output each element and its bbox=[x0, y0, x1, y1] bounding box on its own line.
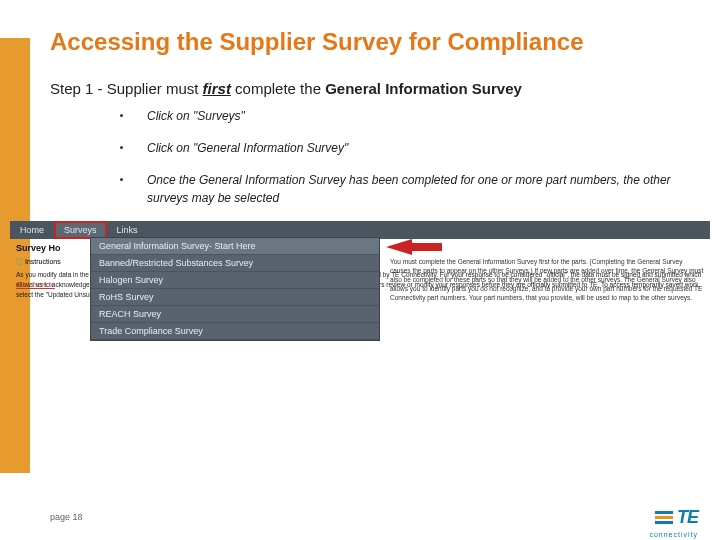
survey-dropdown[interactable]: General Information Survey- Start Here B… bbox=[90, 237, 380, 341]
info-icon: ⓘ bbox=[16, 258, 23, 265]
dropdown-item-rohs[interactable]: RoHS Survey bbox=[91, 289, 379, 306]
step-line: Step 1 - Supplier must first complete th… bbox=[50, 80, 680, 97]
embedded-screenshot: Home Surveys Links Survey Ho As you modi… bbox=[10, 221, 710, 299]
bullet-text: Click on "Surveys" bbox=[147, 107, 245, 125]
list-item: Click on "General Information Survey" bbox=[120, 139, 680, 157]
step-bold: General Information Survey bbox=[325, 80, 522, 97]
logo-bars-icon bbox=[655, 511, 673, 524]
list-item: Click on "Surveys" bbox=[120, 107, 680, 125]
bullet-icon bbox=[120, 146, 123, 149]
logo-text: TE bbox=[677, 507, 698, 528]
page-number: page 18 bbox=[50, 512, 83, 522]
step-mid: complete the bbox=[231, 80, 325, 97]
link-text: Click here to bbox=[16, 281, 55, 288]
click-here-link[interactable]: Click here to bbox=[16, 273, 55, 291]
dropdown-item-banned[interactable]: Banned/Restricted Substances Survey bbox=[91, 255, 379, 272]
te-logo: TE connectivity bbox=[655, 507, 698, 528]
instructions-row: ⓘ Instructions bbox=[16, 257, 61, 267]
dropdown-item-general[interactable]: General Information Survey- Start Here bbox=[91, 238, 379, 255]
callout-arrow-icon bbox=[386, 239, 412, 255]
tab-home[interactable]: Home bbox=[10, 221, 54, 239]
bullet-text: Click on "General Information Survey" bbox=[147, 139, 348, 157]
instructions-label: Instructions bbox=[25, 258, 61, 265]
dropdown-item-trade[interactable]: Trade Compliance Survey bbox=[91, 323, 379, 340]
step-prefix: Step 1 - Supplier must bbox=[50, 80, 203, 97]
page-title: Accessing the Supplier Survey for Compli… bbox=[50, 28, 680, 56]
step-first: first bbox=[203, 80, 231, 97]
dropdown-item-reach[interactable]: REACH Survey bbox=[91, 306, 379, 323]
body-para-right: You must complete the General Informatio… bbox=[390, 257, 704, 302]
bullet-icon bbox=[120, 114, 123, 117]
logo-subtext: connectivity bbox=[649, 531, 698, 538]
dropdown-item-halogen[interactable]: Halogen Survey bbox=[91, 272, 379, 289]
